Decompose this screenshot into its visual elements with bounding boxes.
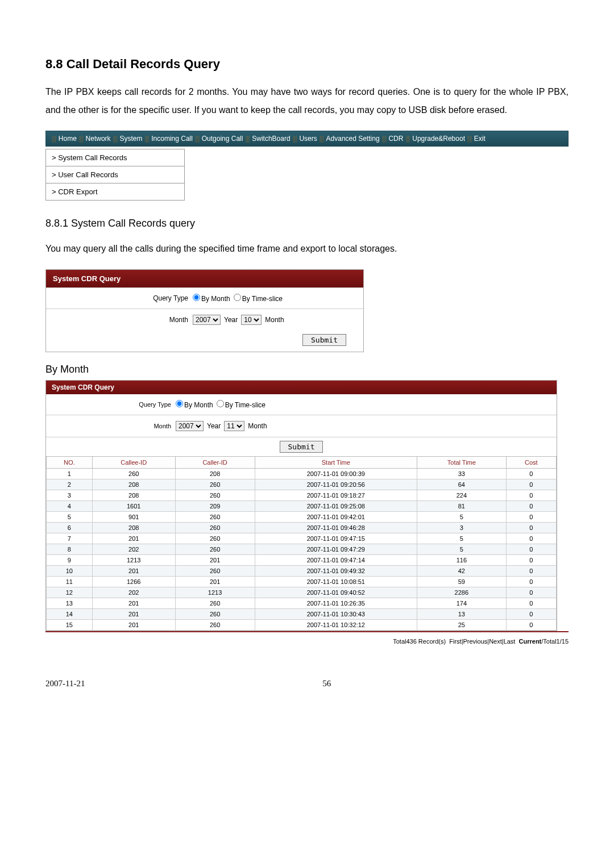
submit-button[interactable]: Submit: [280, 441, 323, 453]
table-header: Callee-ID: [92, 457, 175, 469]
table-row: 912132012007-11-01 09:47:141160: [47, 555, 557, 566]
table-cell: 2007-11-01 09:20:56: [255, 479, 417, 490]
nav-home[interactable]: Home: [59, 135, 77, 143]
radio-by-timeslice[interactable]: By Time-slice: [234, 294, 283, 303]
table-row: 32082602007-11-01 09:18:272240: [47, 490, 557, 501]
table-cell: 0: [506, 555, 556, 566]
table-row: 62082602007-11-01 09:46:2830: [47, 523, 557, 533]
cdr-table: NO.Callee-IDCaller-IDStart TimeTotal Tim…: [46, 456, 557, 631]
month-label: Month: [51, 423, 176, 429]
table-cell: 2007-11-01 09:49:32: [255, 566, 417, 577]
nav-system[interactable]: System: [119, 135, 142, 143]
submit-button[interactable]: Submit: [302, 334, 346, 346]
radio-by-timeslice-input[interactable]: [217, 400, 224, 407]
radio-by-month[interactable]: By Month: [193, 294, 230, 303]
radio-by-month-label: By Month: [201, 295, 230, 303]
radio-by-month-input[interactable]: [176, 400, 183, 407]
table-cell: 0: [506, 523, 556, 533]
table-row: 82022602007-11-01 09:47:2950: [47, 544, 557, 555]
nav-outgoing-call[interactable]: Outgoing Call: [202, 135, 243, 143]
year-select[interactable]: 2007: [176, 421, 204, 431]
top-nav: ░Home ░Network ░System ░Incoming Call ░O…: [45, 131, 569, 147]
table-row: 72012602007-11-01 09:47:1550: [47, 533, 557, 544]
nav-incoming-call[interactable]: Incoming Call: [151, 135, 193, 143]
nav-separator-icon: ░: [245, 135, 250, 142]
table-cell: 201: [92, 566, 175, 577]
table-cell: 208: [175, 469, 255, 479]
table-header: Caller-ID: [175, 457, 255, 469]
table-row: 1112662012007-11-01 10:08:51590: [47, 577, 557, 587]
menu-system-call-records[interactable]: > System Call Records: [46, 149, 184, 166]
table-cell: 1266: [92, 577, 175, 587]
table-cell: 25: [417, 620, 507, 631]
month-select[interactable]: 10: [241, 315, 262, 325]
radio-by-month[interactable]: By Month: [176, 400, 213, 409]
table-cell: 11: [47, 577, 93, 587]
table-cell: 7: [47, 533, 93, 544]
month-select[interactable]: 11: [224, 421, 244, 431]
table-cell: 2007-11-01 09:46:28: [255, 523, 417, 533]
table-cell: 64: [417, 479, 507, 490]
nav-network[interactable]: Network: [86, 135, 111, 143]
nav-separator-icon: ░: [382, 135, 387, 142]
table-cell: 4: [47, 501, 93, 512]
table-cell: 2007-11-01 09:47:29: [255, 544, 417, 555]
table-cell: 260: [175, 533, 255, 544]
table-cell: 0: [506, 577, 556, 587]
table-cell: 202: [92, 587, 175, 598]
menu-cdr-export[interactable]: > CDR Export: [46, 183, 184, 200]
radio-by-month-input[interactable]: [193, 294, 200, 301]
table-cell: 260: [175, 479, 255, 490]
table-row: 1220212132007-11-01 09:40:5222860: [47, 587, 557, 598]
table-cell: 5: [417, 544, 507, 555]
table-cell: 260: [175, 566, 255, 577]
by-month-heading: By Month: [45, 364, 569, 375]
table-cell: 2286: [417, 587, 507, 598]
year-select[interactable]: 2007: [193, 315, 221, 325]
table-cell: 5: [47, 512, 93, 523]
month-suffix: Month: [265, 316, 284, 324]
radio-by-timeslice-input[interactable]: [234, 294, 241, 301]
table-cell: 1213: [92, 555, 175, 566]
table-cell: 1: [47, 469, 93, 479]
table-cell: 2007-11-01 09:47:14: [255, 555, 417, 566]
nav-upgrade-reboot[interactable]: Upgrade&Reboot: [412, 135, 465, 143]
nav-switchboard[interactable]: SwitchBoard: [252, 135, 290, 143]
table-cell: 0: [506, 469, 556, 479]
table-cell: 2007-11-01 09:47:15: [255, 533, 417, 544]
table-cell: 0: [506, 544, 556, 555]
pager-tail: /Total1/15: [541, 638, 569, 645]
nav-advanced-setting[interactable]: Advanced Setting: [326, 135, 380, 143]
nav-separator-icon: ░: [144, 135, 149, 142]
table-cell: 0: [506, 479, 556, 490]
table-cell: 1601: [92, 501, 175, 512]
radio-by-month-label: By Month: [184, 401, 213, 409]
table-cell: 174: [417, 598, 507, 609]
nav-separator-icon: ░: [405, 135, 410, 142]
radio-by-timeslice-label: By Time-slice: [225, 401, 265, 409]
table-cell: 12: [47, 587, 93, 598]
nav-exit[interactable]: Exit: [474, 135, 486, 143]
table-cell: 260: [175, 544, 255, 555]
table-cell: 0: [506, 609, 556, 620]
table-cell: 0: [506, 587, 556, 598]
radio-by-timeslice[interactable]: By Time-slice: [217, 400, 265, 409]
pagination: Total436 Record(s) First|Previous|Next|L…: [45, 631, 569, 645]
menu-user-call-records[interactable]: > User Call Records: [46, 166, 184, 183]
table-cell: 260: [175, 523, 255, 533]
table-cell: 13: [417, 609, 507, 620]
table-cell: 59: [417, 577, 507, 587]
pager-links[interactable]: First|Previous|Next|Last: [449, 638, 515, 645]
nav-cdr[interactable]: CDR: [388, 135, 403, 143]
table-cell: 9: [47, 555, 93, 566]
table-cell: 3: [47, 490, 93, 501]
table-cell: 6: [47, 523, 93, 533]
table-row: 59012602007-11-01 09:42:0150: [47, 512, 557, 523]
table-cell: 0: [506, 501, 556, 512]
table-cell: 2007-11-01 09:00:39: [255, 469, 417, 479]
pager-current: Current: [519, 638, 542, 645]
table-row: 22082602007-11-01 09:20:56640: [47, 479, 557, 490]
nav-users[interactable]: Users: [299, 135, 317, 143]
month-suffix: Month: [248, 422, 267, 430]
table-cell: 201: [92, 609, 175, 620]
